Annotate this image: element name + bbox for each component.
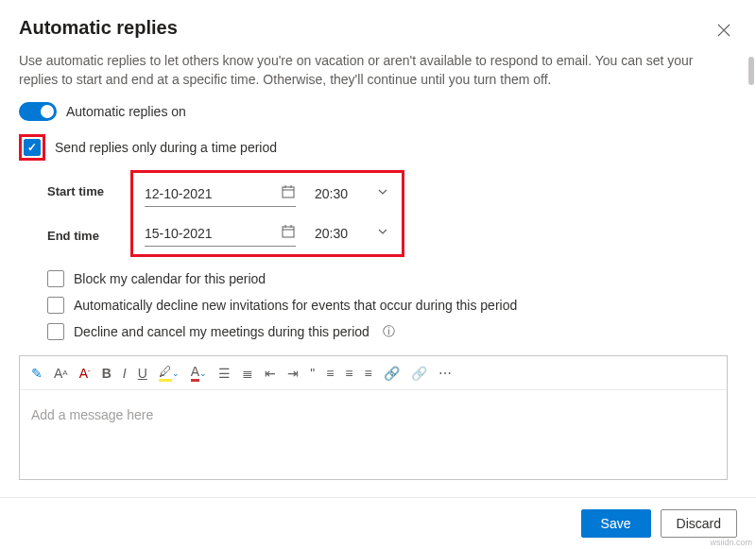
- calendar-icon: [281, 224, 296, 242]
- start-date-input[interactable]: 12-10-2021: [145, 180, 296, 207]
- number-list-icon[interactable]: ≣: [242, 366, 253, 381]
- scrollbar[interactable]: [748, 57, 754, 85]
- auto-decline-checkbox[interactable]: [47, 297, 64, 314]
- decline-cancel-label: Decline and cancel my meetings during th…: [74, 324, 369, 339]
- font-color-button[interactable]: A⌄: [191, 364, 207, 382]
- auto-replies-toggle-label: Automatic replies on: [66, 104, 186, 119]
- automatic-replies-panel: Automatic replies Use automatic replies …: [0, 0, 756, 549]
- panel-header: Automatic replies: [0, 0, 756, 59]
- time-period-checkbox-row: Send replies only during a time period: [19, 134, 728, 161]
- description-text: Use automatic replies to let others know…: [19, 52, 728, 89]
- start-date-value: 12-10-2021: [145, 186, 213, 201]
- end-time-value: 20:30: [315, 226, 348, 241]
- align-center-icon[interactable]: ≡: [345, 366, 352, 381]
- time-period-checkbox[interactable]: [24, 139, 41, 156]
- bold-button[interactable]: B: [102, 366, 112, 381]
- end-time-label: End time: [47, 229, 130, 243]
- quote-icon[interactable]: ": [310, 366, 315, 381]
- time-period-checkbox-label: Send replies only during a time period: [55, 140, 277, 155]
- message-textarea[interactable]: Add a message here: [20, 390, 727, 479]
- auto-decline-row: Automatically decline new invitations fo…: [47, 297, 728, 314]
- panel-footer: Save Discard: [0, 497, 756, 549]
- decline-cancel-row: Decline and cancel my meetings during th…: [47, 323, 728, 340]
- end-time-input[interactable]: 20:30: [315, 220, 390, 247]
- info-icon[interactable]: ⓘ: [383, 323, 395, 340]
- format-painter-icon[interactable]: ✎: [31, 366, 43, 381]
- chevron-down-icon: [375, 184, 390, 202]
- chevron-down-icon: ⌄: [199, 369, 207, 378]
- watermark: wsiidn.com: [710, 538, 752, 547]
- panel-body: Use automatic replies to let others know…: [0, 52, 747, 494]
- highlight-button[interactable]: 🖊⌄: [159, 364, 180, 382]
- italic-button[interactable]: I: [123, 366, 127, 381]
- auto-decline-label: Automatically decline new invitations fo…: [74, 298, 517, 313]
- chevron-down-icon: ⌄: [172, 369, 180, 378]
- panel-title: Automatic replies: [19, 17, 178, 39]
- end-date-input[interactable]: 15-10-2021: [145, 220, 296, 247]
- start-time-value: 20:30: [315, 186, 348, 201]
- chevron-down-icon: [375, 224, 390, 242]
- auto-replies-toggle[interactable]: [19, 102, 57, 121]
- editor-toolbar: ✎ AA Aˇ B I U 🖊⌄ A⌄ ☰ ≣ ⇤ ⇥ " ≡ ≡ ≡ 🔗 🔗 …: [20, 356, 727, 390]
- highlight-time-block: 12-10-2021 20:30: [130, 170, 404, 257]
- decline-cancel-checkbox[interactable]: [47, 323, 64, 340]
- start-time-input[interactable]: 20:30: [315, 180, 390, 207]
- font-size-decrease-icon[interactable]: Aˇ: [79, 366, 91, 381]
- end-date-value: 15-10-2021: [145, 226, 213, 241]
- link-icon[interactable]: 🔗: [384, 366, 400, 381]
- save-button[interactable]: Save: [581, 509, 651, 538]
- underline-button[interactable]: U: [138, 366, 147, 381]
- bullet-list-icon[interactable]: ☰: [218, 366, 231, 381]
- start-time-label: Start time: [47, 184, 130, 198]
- unlink-icon[interactable]: 🔗: [411, 366, 427, 381]
- highlight-checkbox: [19, 134, 45, 161]
- block-calendar-row: Block my calendar for this period: [47, 270, 728, 287]
- close-icon[interactable]: [711, 17, 737, 47]
- svg-rect-4: [283, 227, 294, 237]
- block-calendar-checkbox[interactable]: [47, 270, 64, 287]
- indent-icon[interactable]: ⇥: [287, 366, 299, 381]
- svg-rect-0: [283, 187, 294, 197]
- more-icon[interactable]: ⋯: [438, 366, 452, 381]
- discard-button[interactable]: Discard: [661, 509, 737, 538]
- font-size-increase-icon[interactable]: AA: [54, 366, 68, 381]
- align-left-icon[interactable]: ≡: [326, 366, 334, 381]
- block-calendar-label: Block my calendar for this period: [74, 271, 266, 286]
- align-right-icon[interactable]: ≡: [365, 366, 372, 381]
- outdent-icon[interactable]: ⇤: [265, 366, 276, 381]
- auto-replies-toggle-row: Automatic replies on: [19, 102, 728, 121]
- message-editor: ✎ AA Aˇ B I U 🖊⌄ A⌄ ☰ ≣ ⇤ ⇥ " ≡ ≡ ≡ 🔗 🔗 …: [19, 355, 728, 480]
- calendar-icon: [281, 184, 296, 202]
